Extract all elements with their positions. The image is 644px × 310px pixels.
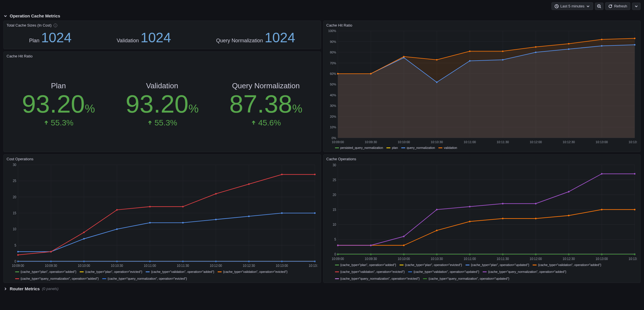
svg-point-124 bbox=[182, 222, 184, 223]
legend-item[interactable]: {cache_type="query_normalization", opera… bbox=[15, 277, 99, 280]
svg-text:10:12:00: 10:12:00 bbox=[210, 264, 222, 268]
svg-point-63 bbox=[601, 39, 602, 40]
big-stats: Plan 93.20% 55.3% Validation 93.20% 55.3… bbox=[7, 59, 318, 149]
legend-item[interactable]: {cache_type="query_normalization", opera… bbox=[483, 270, 566, 273]
svg-point-122 bbox=[116, 228, 118, 230]
svg-point-258 bbox=[502, 203, 503, 205]
svg-point-155 bbox=[215, 261, 216, 262]
svg-point-54 bbox=[634, 44, 635, 45]
svg-point-142 bbox=[116, 209, 118, 211]
svg-point-52 bbox=[568, 48, 569, 50]
legend-item[interactable]: {cache_type="validation", operation="evi… bbox=[335, 270, 405, 273]
refresh-dropdown[interactable] bbox=[632, 3, 641, 10]
svg-point-119 bbox=[17, 251, 19, 252]
legend-item[interactable]: {cache_type="plan", operation="evicted"} bbox=[80, 270, 142, 273]
legend-item[interactable]: {cache_type="validation", operation="evi… bbox=[218, 270, 287, 273]
legend-item[interactable]: validation bbox=[438, 146, 457, 149]
panel-cache-operations[interactable]: Cache Operations 05101520253010:09:0010:… bbox=[323, 154, 641, 283]
panel-title: Cache Hit Ratio bbox=[326, 23, 638, 27]
svg-text:30%: 30% bbox=[330, 104, 336, 107]
chart-area[interactable]: 05101520253010:09:0010:09:3010:10:0010:1… bbox=[326, 162, 638, 262]
svg-text:10:09:30: 10:09:30 bbox=[365, 140, 377, 144]
svg-text:10:10:00: 10:10:00 bbox=[78, 264, 90, 268]
panel-title: Cost Operations bbox=[7, 157, 318, 161]
legend: {cache_type="plan", operation="added"} {… bbox=[7, 269, 318, 280]
legend-item[interactable]: {cache_type="plan", operation="evicted"} bbox=[400, 263, 462, 267]
svg-point-225 bbox=[403, 245, 404, 246]
svg-point-145 bbox=[215, 193, 216, 194]
svg-point-49 bbox=[469, 60, 470, 61]
svg-point-55 bbox=[337, 73, 338, 74]
chart-area[interactable]: 05101520253010:09:0010:09:3010:10:0010:1… bbox=[7, 162, 318, 269]
svg-point-260 bbox=[568, 191, 569, 193]
svg-point-152 bbox=[116, 261, 118, 262]
svg-point-50 bbox=[502, 59, 503, 61]
legend-item[interactable]: {cache_type="plan", operation="added"} bbox=[335, 263, 396, 267]
svg-text:10:11:00: 10:11:00 bbox=[144, 264, 156, 268]
time-range-picker[interactable]: Last 5 minutes bbox=[551, 2, 593, 10]
refresh-icon bbox=[608, 4, 612, 8]
panel-title: Cache Operations bbox=[326, 157, 638, 161]
svg-point-51 bbox=[535, 51, 536, 53]
legend-item[interactable]: {cache_type="validation", operation="add… bbox=[146, 270, 214, 273]
zoom-out-button[interactable] bbox=[595, 3, 603, 10]
panel-total-cache-sizes[interactable]: Total Cache Sizes (In Cost) Plan 1024 Va… bbox=[3, 21, 321, 49]
left-column: Total Cache Sizes (In Cost) Plan 1024 Va… bbox=[3, 21, 321, 152]
svg-text:10:10:30: 10:10:30 bbox=[431, 257, 443, 261]
svg-point-151 bbox=[83, 261, 85, 262]
svg-text:10:10:00: 10:10:00 bbox=[398, 257, 410, 261]
svg-text:0: 0 bbox=[15, 260, 16, 263]
section-header-router-metrics[interactable]: Router Metrics (0 panels) bbox=[0, 285, 644, 293]
chevron-down-icon bbox=[586, 4, 590, 8]
section-title: Operation Cache Metrics bbox=[10, 13, 60, 18]
svg-point-58 bbox=[436, 59, 437, 61]
svg-point-48 bbox=[436, 81, 437, 83]
svg-point-147 bbox=[281, 174, 283, 175]
time-range-label: Last 5 minutes bbox=[560, 4, 585, 8]
top-toolbar: Last 5 minutes Refresh bbox=[0, 0, 644, 12]
panel-cost-operations[interactable]: Cost Operations 05101520253010:09:0010:0… bbox=[3, 154, 321, 283]
arrow-up-icon bbox=[43, 120, 49, 126]
panel-cache-hit-ratio-stat[interactable]: Cache Hit Ratio Plan 93.20% 55.3% Valida… bbox=[3, 51, 321, 152]
legend-item[interactable]: {cache_type="plan", operation="added"} bbox=[15, 270, 76, 273]
svg-text:0: 0 bbox=[334, 252, 336, 256]
svg-point-62 bbox=[568, 43, 569, 45]
svg-text:25: 25 bbox=[13, 179, 16, 183]
stat-validation: Validation 1024 bbox=[117, 30, 171, 45]
svg-point-61 bbox=[535, 46, 536, 48]
chevron-down-icon bbox=[3, 14, 7, 18]
legend: persisted_query_normalization plan query… bbox=[326, 145, 638, 149]
legend-item[interactable]: {cache_type="validation", operation="upd… bbox=[408, 270, 479, 273]
refresh-button[interactable]: Refresh bbox=[605, 2, 630, 10]
legend-item[interactable]: {cache_type="query_normalization", opera… bbox=[423, 277, 509, 280]
svg-text:10:13:00: 10:13:00 bbox=[595, 140, 608, 144]
svg-text:50%: 50% bbox=[330, 83, 336, 86]
legend-item[interactable]: {cache_type="query_normalization", opera… bbox=[102, 277, 187, 280]
svg-text:10:11:00: 10:11:00 bbox=[464, 257, 476, 261]
panel-cache-hit-ratio-chart[interactable]: Cache Hit Ratio 0%10%20%30%40%50%60%70%8… bbox=[323, 21, 641, 152]
legend-item[interactable]: plan bbox=[386, 146, 398, 149]
info-icon bbox=[53, 23, 57, 27]
chart-area[interactable]: 0%10%20%30%40%50%60%70%80%90%100%10:09:0… bbox=[326, 29, 638, 145]
svg-point-279 bbox=[535, 253, 536, 255]
legend: {cache_type="plan", operation="added"} {… bbox=[326, 262, 638, 280]
legend-item[interactable]: persisted_query_normalization bbox=[335, 146, 383, 149]
legend-item[interactable]: query_normalization bbox=[401, 146, 435, 149]
svg-text:15: 15 bbox=[332, 207, 336, 211]
chevron-down-icon bbox=[634, 4, 638, 8]
svg-point-156 bbox=[248, 261, 250, 262]
arrow-up-icon bbox=[251, 120, 256, 126]
svg-text:10:09:00: 10:09:00 bbox=[12, 264, 24, 268]
chevron-right-icon bbox=[3, 287, 7, 291]
svg-point-121 bbox=[83, 238, 85, 239]
svg-point-230 bbox=[568, 215, 569, 217]
svg-point-146 bbox=[248, 183, 250, 185]
legend-item[interactable]: {cache_type="plan", operation="updated"} bbox=[466, 263, 529, 267]
legend-item[interactable]: {cache_type="query_normalization", opera… bbox=[335, 277, 420, 280]
svg-point-229 bbox=[535, 218, 536, 219]
svg-text:30: 30 bbox=[332, 163, 336, 167]
refresh-label: Refresh bbox=[614, 4, 627, 8]
legend-item[interactable]: {cache_type="validation", operation="add… bbox=[533, 263, 601, 267]
section-header-operation-cache[interactable]: Operation Cache Metrics bbox=[0, 12, 644, 21]
svg-text:20%: 20% bbox=[330, 115, 336, 118]
